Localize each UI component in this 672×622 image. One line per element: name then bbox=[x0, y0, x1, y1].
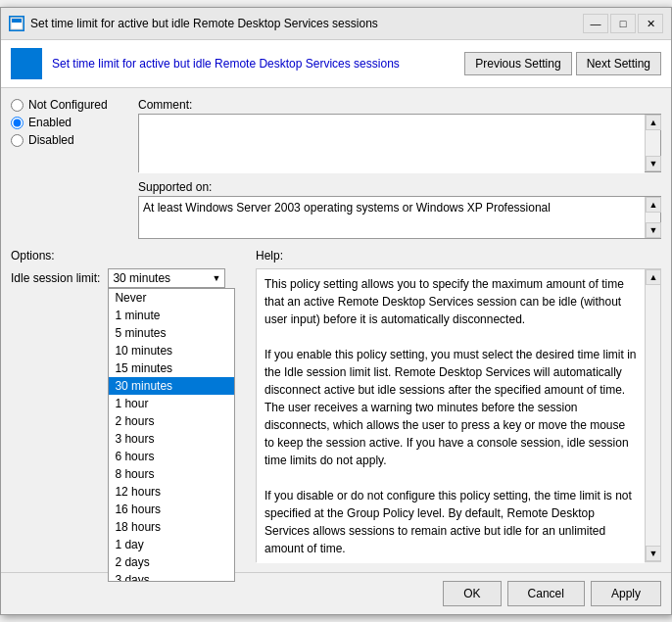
dropdown-item[interactable]: 10 minutes bbox=[109, 342, 234, 359]
svg-rect-1 bbox=[12, 19, 22, 23]
enabled-radio[interactable] bbox=[11, 117, 24, 129]
disabled-label: Disabled bbox=[28, 133, 74, 147]
dropdown-item[interactable]: 16 hours bbox=[109, 501, 234, 518]
not-configured-radio[interactable] bbox=[11, 99, 24, 112]
header-title: Set time limit for active but idle Remot… bbox=[52, 57, 455, 71]
supported-scroll-up[interactable]: ▲ bbox=[646, 197, 661, 213]
idle-dropdown-container: 30 minutes ▼ Never 1 minute 5 minutes 10… bbox=[108, 268, 225, 288]
dropdown-item[interactable]: 6 hours bbox=[109, 448, 234, 465]
footer: OK Cancel Apply bbox=[1, 572, 671, 614]
header-buttons: Previous Setting Next Setting bbox=[464, 52, 661, 75]
supported-scroll-down[interactable]: ▼ bbox=[646, 222, 661, 238]
dropdown-item-selected[interactable]: 30 minutes bbox=[109, 377, 234, 395]
supported-section: Supported on: At least Windows Server 20… bbox=[138, 180, 661, 239]
cancel-button[interactable]: Cancel bbox=[507, 581, 585, 606]
window-title: Set time limit for active but idle Remot… bbox=[30, 17, 378, 30]
help-scrollbar[interactable]: ▲ ▼ bbox=[645, 269, 660, 561]
help-section: Help: This policy setting allows you to … bbox=[256, 249, 661, 562]
help-text: This policy setting allows you to specif… bbox=[257, 269, 645, 563]
comment-scroll-track bbox=[646, 130, 660, 156]
comment-scroll-up[interactable]: ▲ bbox=[646, 115, 661, 130]
comment-section: Comment: ▲ ▼ bbox=[138, 98, 661, 172]
not-configured-option[interactable]: Not Configured bbox=[11, 98, 138, 112]
dropdown-arrow-icon: ▼ bbox=[212, 273, 220, 283]
dropdown-item[interactable]: 3 hours bbox=[109, 430, 234, 448]
enabled-label: Enabled bbox=[28, 116, 72, 129]
supported-text: At least Windows Server 2003 operating s… bbox=[139, 197, 645, 238]
not-configured-label: Not Configured bbox=[28, 98, 108, 112]
dropdown-item[interactable]: 1 day bbox=[109, 536, 234, 553]
dropdown-item[interactable]: 1 hour bbox=[109, 395, 234, 412]
idle-row: Idle session limit: 30 minutes ▼ Never 1… bbox=[11, 268, 246, 288]
dropdown-item[interactable]: 8 hours bbox=[109, 465, 234, 483]
next-setting-button[interactable]: Next Setting bbox=[576, 52, 661, 75]
help-scroll-down[interactable]: ▼ bbox=[646, 546, 661, 561]
supported-scroll-track bbox=[646, 213, 660, 222]
comment-scrollbar[interactable]: ▲ ▼ bbox=[645, 115, 660, 171]
dropdown-item[interactable]: 3 days bbox=[109, 571, 234, 582]
radio-group: Not Configured Enabled Disabled bbox=[11, 98, 138, 147]
dropdown-item[interactable]: 18 hours bbox=[109, 518, 234, 536]
dropdown-item[interactable]: Never bbox=[109, 289, 234, 307]
dropdown-item[interactable]: 5 minutes bbox=[109, 324, 234, 342]
header-icon bbox=[11, 48, 42, 79]
top-section: Not Configured Enabled Disabled Comment:… bbox=[11, 98, 661, 239]
disabled-radio[interactable] bbox=[11, 134, 24, 147]
title-bar: Set time limit for active but idle Remot… bbox=[1, 8, 671, 40]
enabled-option[interactable]: Enabled bbox=[11, 116, 138, 129]
dropdown-item[interactable]: 12 hours bbox=[109, 483, 234, 501]
dropdown-item[interactable]: 15 minutes bbox=[109, 359, 234, 377]
help-scroll-up[interactable]: ▲ bbox=[646, 269, 661, 285]
title-bar-left: Set time limit for active but idle Remot… bbox=[9, 16, 378, 31]
maximize-button[interactable]: □ bbox=[610, 14, 636, 33]
title-bar-controls: — □ ✕ bbox=[583, 14, 663, 33]
ok-button[interactable]: OK bbox=[443, 581, 501, 606]
main-window: Set time limit for active but idle Remot… bbox=[0, 7, 672, 615]
previous-setting-button[interactable]: Previous Setting bbox=[464, 52, 571, 75]
comment-label: Comment: bbox=[138, 98, 661, 112]
supported-scrollbar[interactable]: ▲ ▼ bbox=[645, 197, 660, 238]
idle-dropdown-list[interactable]: Never 1 minute 5 minutes 10 minutes 15 m… bbox=[108, 288, 235, 582]
dropdown-item[interactable]: 1 minute bbox=[109, 307, 234, 324]
header-section: Set time limit for active but idle Remot… bbox=[1, 40, 671, 88]
help-scroll-track bbox=[646, 285, 660, 546]
comment-textarea[interactable] bbox=[139, 115, 645, 173]
apply-button[interactable]: Apply bbox=[591, 581, 661, 606]
dropdown-item[interactable]: 2 hours bbox=[109, 412, 234, 430]
idle-session-label: Idle session limit: bbox=[11, 271, 100, 285]
idle-dropdown-button[interactable]: 30 minutes ▼ bbox=[108, 268, 225, 288]
dropdown-item[interactable]: 2 days bbox=[109, 553, 234, 571]
comment-scroll-down[interactable]: ▼ bbox=[646, 156, 661, 171]
options-section: Options: Idle session limit: 30 minutes … bbox=[11, 249, 246, 562]
window-icon bbox=[9, 16, 24, 31]
idle-selected-value: 30 minutes bbox=[113, 271, 170, 285]
options-label: Options: bbox=[11, 249, 246, 263]
main-content: Not Configured Enabled Disabled Comment:… bbox=[1, 88, 671, 572]
options-help-section: Options: Idle session limit: 30 minutes … bbox=[11, 249, 661, 562]
close-button[interactable]: ✕ bbox=[638, 14, 663, 33]
help-label: Help: bbox=[256, 249, 661, 263]
supported-label: Supported on: bbox=[138, 180, 661, 194]
disabled-option[interactable]: Disabled bbox=[11, 133, 138, 147]
minimize-button[interactable]: — bbox=[583, 14, 608, 33]
